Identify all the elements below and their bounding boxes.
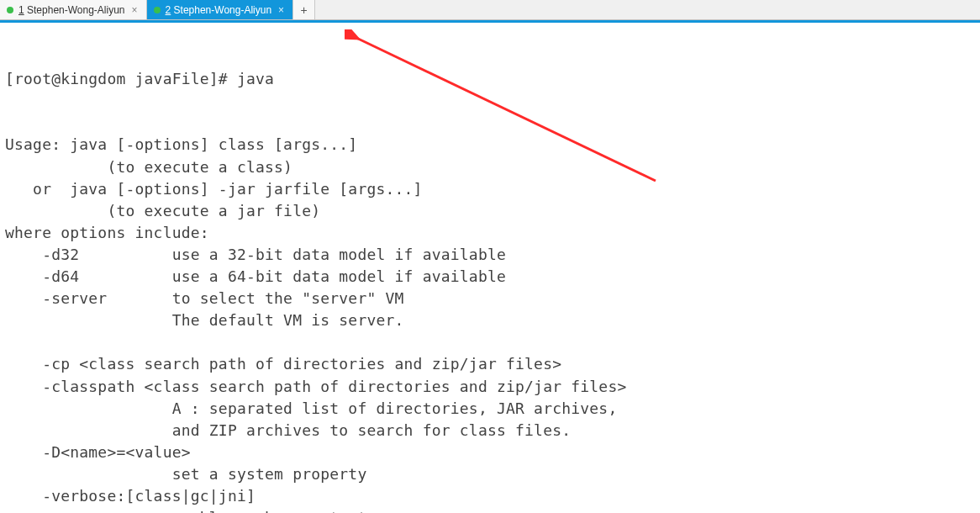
status-dot-icon (154, 7, 161, 13)
shell-prompt-line: [root@kingdom javaFile]# java (5, 68, 975, 90)
tab-label: 2 Stephen-Wong-Aliyun (166, 4, 272, 16)
terminal-tab-1[interactable]: 1 Stephen-Wong-Aliyun × (0, 0, 147, 19)
close-icon[interactable]: × (277, 5, 286, 15)
terminal-output[interactable]: [root@kingdom javaFile]# java Usage: jav… (0, 23, 980, 513)
command-output: Usage: java [-options] class [args...] (… (5, 134, 975, 513)
close-icon[interactable]: × (130, 5, 140, 15)
status-dot-icon (7, 7, 13, 13)
tab-label: 1 Stephen-Wong-Aliyun (18, 4, 125, 16)
plus-icon: + (301, 3, 308, 17)
tab-bar: 1 Stephen-Wong-Aliyun × 2 Stephen-Wong-A… (0, 0, 980, 20)
new-tab-button[interactable]: + (293, 0, 315, 19)
terminal-tab-2[interactable]: 2 Stephen-Wong-Aliyun × (147, 0, 294, 19)
